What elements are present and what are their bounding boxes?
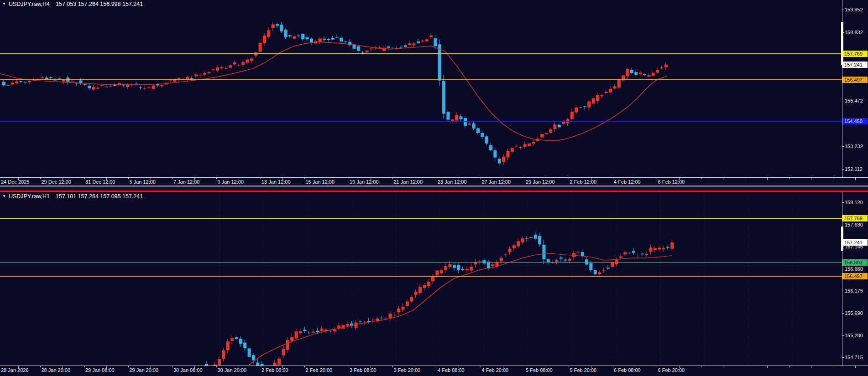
splitter-active-accent <box>0 191 868 192</box>
chart-ohlc-readout: 157.053 157.264 156.998 157.241 <box>56 1 143 7</box>
hline-green-label: 156.803 <box>842 259 868 266</box>
time-tick-mark <box>723 366 723 368</box>
chart-ohlc-readout: 157.101 157.264 157.095 157.241 <box>56 193 143 200</box>
time-tick-mark <box>657 366 657 367</box>
time-tick-mark <box>18 178 19 180</box>
time-label: 6 Feb 08:00 <box>614 367 641 373</box>
pane-splitter[interactable] <box>0 185 868 192</box>
price-axis-h4[interactable]: 159.952158.832155.472153.232152.112 <box>842 0 868 177</box>
candlestick-plot-h1[interactable] <box>0 192 842 366</box>
moving-average-line[interactable] <box>0 42 667 141</box>
candlestick-series <box>2 22 668 165</box>
time-axis-h4[interactable]: 24 Dec 202529 Dec 12:0031 Dec 12:005 Jan… <box>0 177 868 186</box>
time-label: 29 Dec 12:00 <box>42 179 71 185</box>
chart-symbol-period: USDJPY.raw,H4 <box>9 1 50 7</box>
time-tick-mark <box>789 366 790 367</box>
candlestick-plot-h4[interactable] <box>0 0 842 177</box>
hline-yellow-label: 157.769 <box>842 51 868 57</box>
collapse-triangle-icon[interactable]: ▼ <box>2 2 6 6</box>
time-label: 3 Feb 20:00 <box>394 367 421 373</box>
time-tick-mark <box>745 366 745 367</box>
time-label: 2 Feb 20:00 <box>306 367 333 373</box>
time-tick-mark <box>833 178 833 179</box>
price-tick-mark <box>842 269 844 269</box>
time-label: 5 Jan 12:00 <box>130 179 156 185</box>
time-tick-mark <box>18 366 19 368</box>
price-tick-mark <box>842 291 844 291</box>
time-tick-mark <box>635 178 635 180</box>
price-tick-label: 155.690 <box>845 310 868 316</box>
price-tick-mark <box>842 225 844 225</box>
time-tick-mark <box>459 178 459 180</box>
time-tick-mark <box>194 178 195 180</box>
price-tick-label: 154.715 <box>845 355 868 361</box>
time-tick-mark <box>84 366 85 367</box>
time-label: 29 Jan 20:00 <box>130 367 159 373</box>
time-tick-mark <box>635 366 635 368</box>
time-label: 27 Jan 12:00 <box>482 179 511 185</box>
time-label: 15 Jan 12:00 <box>306 179 335 185</box>
time-tick-mark <box>239 178 239 180</box>
time-tick-mark <box>415 178 415 180</box>
time-tick-mark <box>437 178 437 179</box>
price-tick-mark <box>842 202 844 203</box>
hline-orange-label: 156.497 <box>842 273 868 279</box>
time-tick-mark <box>327 178 327 180</box>
price-tick-mark <box>842 335 844 336</box>
splitter-line <box>0 186 868 187</box>
time-label: 31 Dec 12:00 <box>85 179 115 185</box>
chart-title-h4: ▼USDJPY.raw,H4157.053 157.264 156.998 15… <box>2 1 143 7</box>
time-tick-mark <box>745 178 745 179</box>
time-label: 19 Jan 12:00 <box>350 179 379 185</box>
time-tick-mark <box>349 178 349 179</box>
time-axis-h1[interactable]: 28 Jan 202628 Jan 20:0029 Jan 08:0029 Ja… <box>0 366 868 376</box>
bid-price-label: 157.241 <box>842 239 868 246</box>
time-label: 2 Feb 08:00 <box>261 367 288 373</box>
time-label: 30 Jan 20:00 <box>218 367 247 373</box>
time-tick-mark <box>282 178 283 180</box>
time-tick-mark <box>833 366 833 367</box>
price-tick-label: 158.832 <box>845 30 868 36</box>
time-label: 29 Jan 12:00 <box>526 179 555 185</box>
time-tick-mark <box>701 366 701 367</box>
bid-price-label: 157.241 <box>842 62 868 68</box>
time-tick-mark <box>261 178 261 179</box>
time-tick-mark <box>371 178 371 180</box>
time-tick-mark <box>106 178 107 180</box>
time-tick-mark <box>811 178 811 180</box>
candlestick-series <box>205 232 674 366</box>
time-label: 3 Feb 08:00 <box>350 367 376 373</box>
time-tick-mark <box>459 366 459 368</box>
time-tick-mark <box>569 178 569 179</box>
chart-title-h1: ▼USDJPY.raw,H1157.101 157.264 157.095 15… <box>2 193 143 200</box>
time-tick-mark <box>216 178 217 179</box>
collapse-triangle-icon[interactable]: ▼ <box>2 194 6 198</box>
time-tick-mark <box>437 366 437 367</box>
hline-blue-label: 154.450 <box>842 118 868 124</box>
time-tick-mark <box>282 366 283 368</box>
time-label: 6 Feb 20:00 <box>658 367 685 373</box>
time-tick-mark <box>481 178 481 179</box>
time-tick-mark <box>128 178 129 179</box>
time-label: 5 Feb 20:00 <box>570 367 597 373</box>
moving-average-line[interactable] <box>249 253 672 365</box>
time-tick-mark <box>84 178 85 179</box>
time-label: 5 Feb 08:00 <box>526 367 553 373</box>
chart-pane-h4[interactable]: ▼USDJPY.raw,H4157.053 157.264 156.998 15… <box>0 0 868 185</box>
time-label: 7 Jan 12:00 <box>173 179 200 185</box>
chart-pane-h1[interactable]: ▼USDJPY.raw,H1157.101 157.264 157.095 15… <box>0 192 868 376</box>
time-label: 4 Feb 12:00 <box>614 179 641 185</box>
time-tick-mark <box>679 178 680 180</box>
time-tick-mark <box>591 178 591 180</box>
time-label: 29 Jan 08:00 <box>85 367 115 373</box>
price-tick-mark <box>842 357 844 358</box>
time-label: 4 Feb 20:00 <box>482 367 509 373</box>
chart-symbol-period: USDJPY.raw,H1 <box>9 193 50 200</box>
time-tick-mark <box>371 366 371 368</box>
time-tick-mark <box>503 366 503 368</box>
time-tick-mark <box>481 366 481 367</box>
time-tick-mark <box>128 366 129 367</box>
time-tick-mark <box>569 366 569 367</box>
time-label: 4 Feb 08:00 <box>438 367 465 373</box>
price-axis-grip[interactable] <box>841 22 843 65</box>
